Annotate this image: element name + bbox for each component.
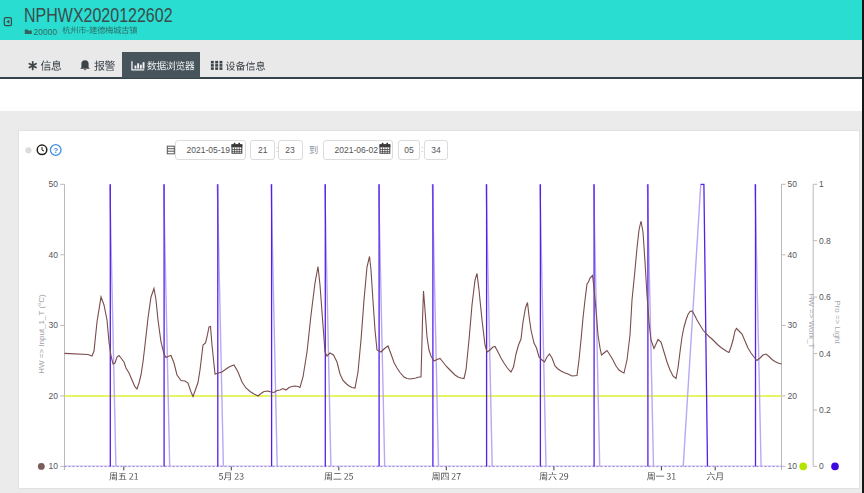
svg-text:0.4: 0.4 — [819, 349, 831, 359]
svg-text:HW => Input_1_T (°C): HW => Input_1_T (°C) — [37, 294, 46, 374]
svg-text:10: 10 — [49, 461, 59, 471]
svg-text:40: 40 — [788, 250, 798, 260]
svg-text:20: 20 — [788, 391, 798, 401]
svg-text:?: ? — [53, 146, 58, 155]
svg-text:HW => Work_T: HW => Work_T — [807, 294, 816, 349]
svg-text:0.8: 0.8 — [819, 236, 831, 246]
svg-text:50: 50 — [49, 179, 59, 189]
svg-text:0.6: 0.6 — [819, 292, 831, 302]
svg-text:30: 30 — [49, 320, 59, 330]
svg-text:10: 10 — [788, 461, 798, 471]
svg-text:0.2: 0.2 — [819, 405, 831, 415]
svg-text:20: 20 — [49, 391, 59, 401]
svg-text:40: 40 — [49, 250, 59, 260]
svg-text:1: 1 — [819, 179, 824, 189]
svg-text:30: 30 — [788, 320, 798, 330]
svg-text:0: 0 — [819, 461, 824, 471]
svg-text:Pro => Light: Pro => Light — [833, 300, 842, 344]
svg-text:50: 50 — [788, 179, 798, 189]
